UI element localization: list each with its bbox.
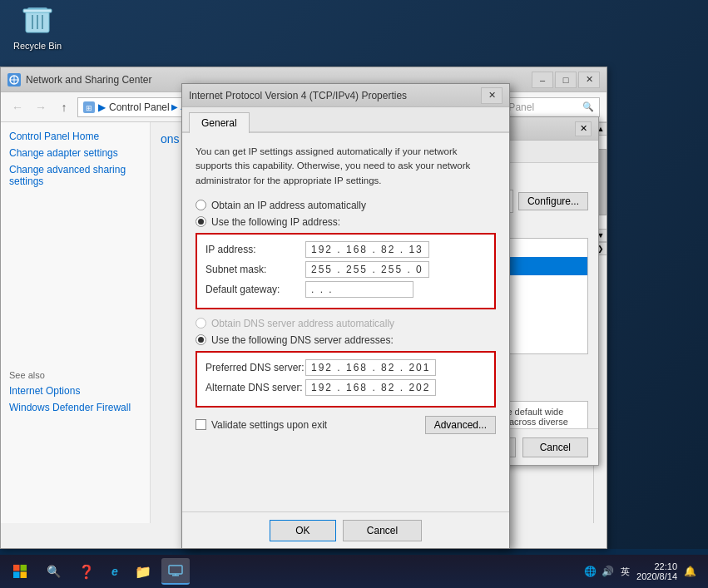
manual-ip-radio[interactable]: [196, 216, 206, 227]
close-button[interactable]: ✕: [578, 72, 600, 88]
ie-taskbar-button[interactable]: e: [105, 558, 125, 585]
taskbar: 🔍 ❓ e 📁 🌐 🔊 英 22:10 2020/8/14 🔔: [0, 555, 708, 588]
task-view-icon: ❓: [78, 564, 95, 580]
svg-text:⊞: ⊞: [86, 104, 92, 112]
search-icon: 🔍: [582, 101, 594, 112]
gateway-value: . . .: [311, 284, 334, 295]
recycle-bin-label: Recycle Bin: [13, 41, 62, 51]
windows-defender-link[interactable]: Windows Defender Firewall: [9, 402, 141, 413]
up-button[interactable]: ↑: [54, 97, 74, 117]
taskbar-search-icon: 🔍: [47, 565, 61, 578]
sidebar-change-adapter[interactable]: Change adapter settings: [9, 147, 141, 159]
svg-rect-13: [13, 572, 20, 579]
auto-ip-label: Obtain an IP address automatically: [211, 200, 366, 211]
manual-dns-radio[interactable]: [196, 334, 206, 345]
tray-date-text: 2020/8/14: [636, 571, 677, 581]
connection-cancel-button[interactable]: Cancel: [522, 437, 588, 457]
auto-dns-label: Obtain DNS server address automatically: [211, 318, 394, 329]
explorer-taskbar-button[interactable]: 📁: [128, 558, 158, 585]
preferred-dns-row: Preferred DNS server: 192 . 168 . 82 . 2…: [205, 359, 486, 376]
validate-label: Validate settings upon exit: [211, 419, 327, 431]
tray-language[interactable]: 英: [621, 566, 630, 578]
tcp-body: You can get IP settings assigned automat…: [182, 133, 509, 454]
svg-rect-12: [21, 565, 27, 571]
ip-fields-section: IP address: 192 . 168 . 82 . 13 Subnet m…: [196, 233, 496, 309]
network-sidebar: Control Panel Home Change adapter settin…: [1, 122, 151, 523]
desktop: Recycle Bin Network and Sharing Center –…: [0, 0, 708, 549]
connection-dialog-close[interactable]: ✕: [575, 121, 592, 136]
validate-checkbox-row: Validate settings upon exit Advanced...: [196, 416, 496, 434]
ip-address-row: IP address: 192 . 168 . 82 . 13: [205, 241, 486, 258]
advanced-button[interactable]: Advanced...: [425, 416, 496, 434]
minimize-button[interactable]: –: [532, 72, 553, 88]
ie-icon: e: [111, 565, 118, 578]
gateway-label: Default gateway:: [205, 284, 305, 295]
maximize-button[interactable]: □: [555, 72, 577, 88]
auto-ip-row: Obtain an IP address automatically: [196, 200, 496, 211]
taskbar-search-button[interactable]: 🔍: [38, 558, 68, 585]
ip-address-value: 192 . 168 . 82 . 13: [311, 244, 423, 255]
configure-button[interactable]: Configure...: [518, 192, 588, 210]
gateway-field[interactable]: . . .: [305, 281, 413, 298]
subnet-mask-field[interactable]: 255 . 255 . 255 . 0: [305, 261, 429, 278]
recycle-bin[interactable]: Recycle Bin: [8, 4, 67, 51]
ip-address-label: IP address:: [205, 244, 305, 255]
sidebar-change-sharing[interactable]: Change advanced sharing settings: [9, 164, 141, 187]
manual-dns-label: Use the following DNS server addresses:: [211, 334, 394, 346]
start-button[interactable]: [5, 558, 35, 585]
task-view-button[interactable]: ❓: [72, 558, 101, 585]
preferred-dns-label: Preferred DNS server:: [205, 362, 305, 373]
auto-dns-radio[interactable]: [196, 318, 206, 329]
svg-rect-5: [23, 9, 52, 12]
preferred-dns-value: 192 . 168 . 82 . 201: [311, 362, 430, 373]
tray-icons: 🌐 🔊: [584, 566, 614, 577]
tcp-close-button[interactable]: ✕: [481, 87, 503, 104]
subnet-mask-label: Subnet mask:: [205, 264, 305, 275]
preferred-dns-field[interactable]: 192 . 168 . 82 . 201: [305, 359, 436, 376]
tcp-ok-button[interactable]: OK: [270, 520, 336, 541]
network-taskbar-button[interactable]: [161, 558, 190, 585]
manual-dns-row: Use the following DNS server addresses:: [196, 334, 496, 346]
manual-ip-row: Use the following IP address:: [196, 216, 496, 228]
system-tray: 🌐 🔊 英 22:10 2020/8/14 🔔: [577, 561, 703, 581]
network-window-controls: – □ ✕: [532, 72, 600, 88]
subnet-mask-value: 255 . 255 . 255 . 0: [311, 264, 423, 275]
dns-fields-section: Preferred DNS server: 192 . 168 . 82 . 2…: [196, 351, 496, 408]
ip-address-field[interactable]: 192 . 168 . 82 . 13: [305, 241, 429, 258]
tcp-footer: OK Cancel: [182, 511, 509, 548]
general-tab[interactable]: General: [189, 112, 250, 133]
tray-time-text: 22:10: [636, 561, 677, 571]
sidebar-control-panel-home[interactable]: Control Panel Home: [9, 131, 141, 142]
tray-sound-icon[interactable]: 🔊: [602, 566, 614, 577]
svg-rect-11: [13, 565, 20, 571]
gateway-row: Default gateway: . . .: [205, 281, 486, 298]
network-window-icon: [168, 565, 183, 576]
auto-dns-row: Obtain DNS server address automatically: [196, 318, 496, 329]
recycle-bin-icon: [21, 4, 54, 37]
tcp-dialog-title: Internet Protocol Version 4 (TCP/IPv4) P…: [189, 90, 481, 101]
tcp-description: You can get IP settings assigned automat…: [196, 145, 496, 188]
see-also-label: See also: [9, 370, 141, 380]
svg-rect-15: [169, 566, 182, 574]
tcp-cancel-button[interactable]: Cancel: [343, 520, 422, 541]
alternate-dns-label: Alternate DNS server:: [205, 382, 305, 393]
explorer-icon: 📁: [135, 564, 151, 580]
validate-checkbox[interactable]: [196, 419, 206, 430]
tray-network-icon[interactable]: 🌐: [584, 566, 597, 577]
alternate-dns-row: Alternate DNS server: 192 . 168 . 82 . 2…: [205, 379, 486, 396]
notification-icon[interactable]: 🔔: [684, 566, 696, 577]
subnet-mask-row: Subnet mask: 255 . 255 . 255 . 0: [205, 261, 486, 278]
tray-clock[interactable]: 22:10 2020/8/14: [636, 561, 677, 581]
tcp-dialog: Internet Protocol Version 4 (TCP/IPv4) P…: [181, 83, 510, 549]
tcp-titlebar: Internet Protocol Version 4 (TCP/IPv4) P…: [182, 84, 509, 107]
internet-options-link[interactable]: Internet Options: [9, 385, 141, 397]
tcp-tabs: General: [182, 107, 509, 133]
alternate-dns-value: 192 . 168 . 82 . 202: [311, 382, 430, 393]
network-title-icon: [7, 73, 21, 86]
manual-ip-label: Use the following IP address:: [211, 216, 340, 228]
alternate-dns-field[interactable]: 192 . 168 . 82 . 202: [305, 379, 436, 396]
forward-button[interactable]: →: [31, 97, 51, 117]
auto-ip-radio[interactable]: [196, 200, 206, 210]
svg-rect-14: [21, 572, 27, 579]
back-button[interactable]: ←: [7, 97, 27, 117]
